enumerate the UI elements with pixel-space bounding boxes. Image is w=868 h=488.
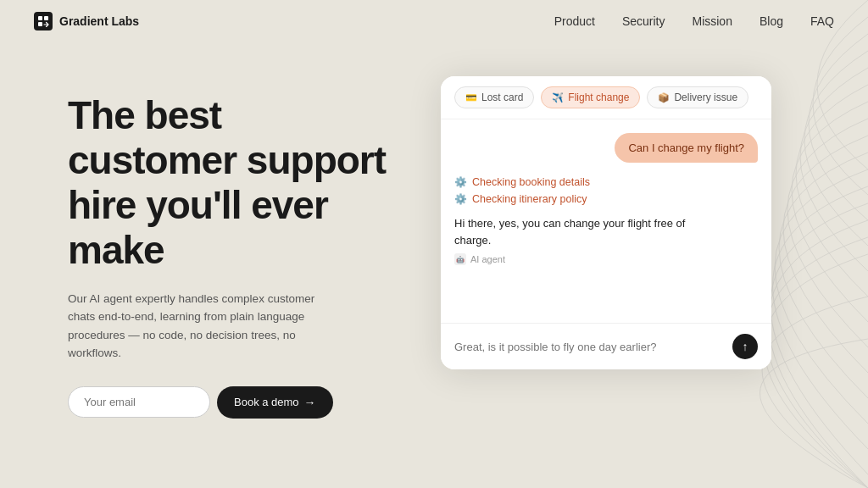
svg-rect-2 bbox=[38, 22, 42, 26]
nav-mission[interactable]: Mission bbox=[692, 14, 732, 28]
user-bubble: Can I change my flight? bbox=[615, 133, 758, 163]
logo-icon bbox=[34, 12, 53, 30]
send-icon: ↑ bbox=[743, 340, 748, 353]
nav-links: Product Security Mission Blog FAQ bbox=[554, 14, 834, 28]
logo-text: Gradient Labs bbox=[59, 14, 139, 28]
nav-security[interactable]: Security bbox=[622, 14, 665, 28]
main-content: The best customer support hire you'll ev… bbox=[0, 42, 868, 419]
hero-title: The best customer support hire you'll ev… bbox=[68, 93, 390, 273]
arrow-icon: → bbox=[304, 396, 316, 409]
nav-blog[interactable]: Blog bbox=[760, 14, 783, 28]
chat-input[interactable] bbox=[454, 341, 724, 353]
agent-label: 🤖 AI agent bbox=[454, 253, 758, 265]
tab-lost-card[interactable]: 💳 Lost card bbox=[454, 86, 534, 108]
hero-subtitle: Our AI agent expertly handles complex cu… bbox=[68, 290, 339, 363]
user-message: Can I change my flight? bbox=[454, 133, 758, 163]
logo[interactable]: Gradient Labs bbox=[34, 12, 139, 30]
agent-bubble: Hi there, yes, you can change your fligh… bbox=[454, 215, 692, 248]
navbar: Gradient Labs Product Security Mission B… bbox=[0, 0, 868, 42]
nav-product[interactable]: Product bbox=[554, 14, 595, 28]
tab-flight-change[interactable]: ✈️ Flight change bbox=[541, 86, 640, 108]
checking-itinerary: ⚙️ Checking itinerary policy bbox=[454, 193, 758, 205]
checking-booking: ⚙️ Checking booking details bbox=[454, 176, 758, 188]
chat-tabs: 💳 Lost card ✈️ Flight change 📦 Delivery … bbox=[441, 76, 771, 119]
agent-label-text: AI agent bbox=[470, 254, 505, 264]
check-icon-1: ⚙️ bbox=[454, 176, 467, 188]
hero-section: The best customer support hire you'll ev… bbox=[68, 76, 390, 419]
agent-message: Hi there, yes, you can change your fligh… bbox=[454, 215, 758, 265]
chat-messages: Can I change my flight? ⚙️ Checking book… bbox=[441, 119, 771, 323]
chat-input-area: ↑ bbox=[441, 323, 771, 369]
checking-booking-text: Checking booking details bbox=[472, 176, 590, 188]
chat-widget: 💳 Lost card ✈️ Flight change 📦 Delivery … bbox=[441, 76, 771, 369]
ai-agent-icon: 🤖 bbox=[454, 253, 466, 265]
tab-delivery-label: Delivery issue bbox=[674, 92, 737, 103]
check-icon-2: ⚙️ bbox=[454, 193, 467, 205]
chat-widget-container: 💳 Lost card ✈️ Flight change 📦 Delivery … bbox=[441, 76, 771, 369]
book-demo-button[interactable]: Book a demo → bbox=[217, 386, 333, 419]
tab-flight-change-label: Flight change bbox=[568, 92, 629, 103]
tab-lost-card-label: Lost card bbox=[481, 92, 523, 103]
svg-rect-0 bbox=[38, 16, 42, 20]
send-button[interactable]: ↑ bbox=[732, 334, 758, 359]
checking-itinerary-text: Checking itinerary policy bbox=[472, 193, 587, 205]
hero-form: Book a demo → bbox=[68, 386, 390, 419]
flight-icon: ✈️ bbox=[552, 92, 564, 103]
tab-delivery-issue[interactable]: 📦 Delivery issue bbox=[647, 86, 748, 108]
svg-rect-1 bbox=[44, 16, 48, 20]
lost-card-icon: 💳 bbox=[465, 92, 477, 103]
nav-faq[interactable]: FAQ bbox=[810, 14, 834, 28]
email-input[interactable] bbox=[68, 386, 210, 418]
delivery-icon: 📦 bbox=[658, 92, 670, 103]
